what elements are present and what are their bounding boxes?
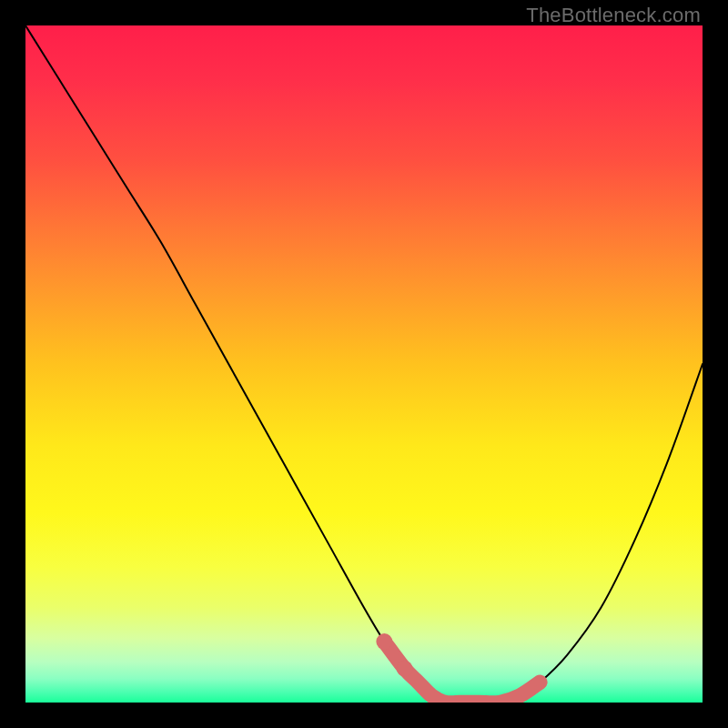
chart-svg [25, 25, 703, 703]
plot-area [25, 25, 703, 703]
main-curve [25, 25, 703, 703]
highlight-dot [397, 661, 413, 677]
highlight-dot [376, 633, 392, 650]
watermark-text: TheBottleneck.com [526, 4, 701, 27]
chart-frame: { "watermark": "TheBottleneck.com", "col… [0, 0, 728, 728]
